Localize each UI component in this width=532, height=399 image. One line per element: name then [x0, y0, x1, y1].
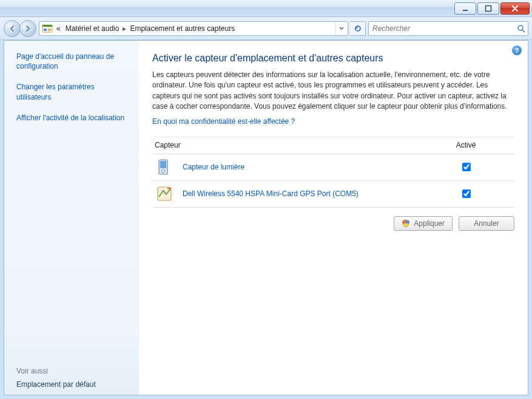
- search-icon: [517, 24, 525, 33]
- address-bar[interactable]: « Matériel et audio ▸ Emplacement et aut…: [39, 21, 348, 36]
- button-row: Appliquer Annuler: [152, 216, 514, 231]
- control-panel-icon: [41, 22, 54, 35]
- sidebar-link-view-location-activity[interactable]: Afficher l'activité de la localisation: [16, 113, 129, 123]
- breadcrumb-prefix: «: [54, 24, 63, 33]
- close-button[interactable]: [500, 2, 530, 15]
- refresh-icon: [354, 24, 362, 33]
- svg-rect-4: [44, 29, 47, 31]
- privacy-link[interactable]: En quoi ma confidentialité est-elle affe…: [152, 117, 514, 126]
- search-box[interactable]: [368, 21, 528, 36]
- nav-back-button[interactable]: [4, 20, 21, 37]
- page-title: Activer le capteur d'emplacement et d'au…: [152, 53, 514, 64]
- chevron-right-icon: ▸: [121, 24, 127, 33]
- search-input[interactable]: [371, 24, 517, 33]
- uac-shield-icon: [402, 219, 410, 228]
- maximize-button[interactable]: [477, 2, 499, 15]
- sidebar-link-default-location[interactable]: Emplacement par défaut: [16, 380, 129, 389]
- svg-rect-5: [48, 29, 51, 31]
- help-button[interactable]: ?: [512, 46, 522, 55]
- table-header: Capteur Activé: [152, 137, 514, 154]
- arrow-left-icon: [8, 25, 16, 32]
- svg-rect-1: [486, 5, 491, 11]
- window-titlebar: [0, 0, 532, 17]
- see-also-label: Voir aussi: [16, 367, 129, 375]
- table-row: Dell Wireless 5540 HSPA Mini-Card GPS Po…: [152, 181, 514, 208]
- address-dropdown[interactable]: [335, 22, 346, 35]
- sidebar-link-change-user-settings[interactable]: Changer les paramètres utilisateurs: [16, 82, 129, 101]
- table-row: Capteur de lumière: [152, 154, 514, 181]
- arrow-right-icon: [24, 25, 32, 32]
- cancel-button[interactable]: Annuler: [459, 216, 514, 231]
- nav-forward-button[interactable]: [19, 20, 36, 37]
- column-header-enabled: Activé: [417, 141, 514, 149]
- minimize-button[interactable]: [454, 2, 476, 15]
- chevron-down-icon: [339, 26, 344, 31]
- apply-button-label: Appliquer: [414, 219, 445, 228]
- svg-rect-11: [158, 187, 171, 200]
- svg-line-7: [522, 30, 525, 32]
- gps-sensor-icon: [155, 184, 174, 203]
- refresh-button[interactable]: [350, 21, 366, 36]
- svg-rect-3: [42, 25, 52, 27]
- breadcrumb-location-sensors[interactable]: Emplacement et autres capteurs: [127, 24, 237, 33]
- sensor-link-gps[interactable]: Dell Wireless 5540 HSPA Mini-Card GPS Po…: [183, 189, 359, 198]
- light-sensor-icon: [155, 157, 174, 177]
- sidebar-link-control-panel-home[interactable]: Page d'accueil du panneau de configurati…: [16, 52, 129, 71]
- enable-checkbox-light[interactable]: [462, 163, 471, 171]
- sidebar: Page d'accueil du panneau de configurati…: [4, 41, 139, 395]
- content-frame: Page d'accueil du panneau de configurati…: [4, 40, 528, 395]
- svg-point-6: [518, 26, 523, 30]
- enable-checkbox-gps[interactable]: [462, 189, 471, 198]
- sensors-table: Capteur Activé Capteur de lumière Dell W…: [152, 137, 514, 208]
- svg-point-10: [161, 169, 164, 172]
- sensor-link-light[interactable]: Capteur de lumière: [183, 163, 244, 171]
- toolbar: « Matériel et audio ▸ Emplacement et aut…: [0, 17, 532, 40]
- svg-rect-9: [160, 161, 166, 168]
- page-description: Les capteurs peuvent détecter des inform…: [152, 70, 514, 112]
- breadcrumb-hardware-audio[interactable]: Matériel et audio: [63, 24, 122, 33]
- cancel-button-label: Annuler: [474, 219, 499, 228]
- main-panel: ? Activer le capteur d'emplacement et d'…: [139, 41, 528, 395]
- svg-rect-0: [463, 10, 468, 11]
- apply-button[interactable]: Appliquer: [394, 216, 453, 231]
- column-header-sensor: Capteur: [152, 141, 417, 149]
